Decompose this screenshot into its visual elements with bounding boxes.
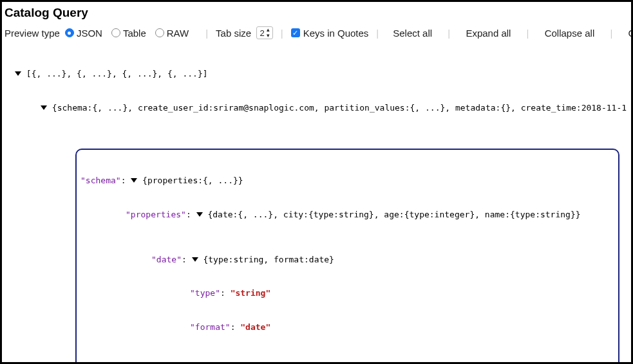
radio-label: RAW [167, 28, 189, 39]
preview-radio-raw[interactable]: RAW [155, 28, 189, 39]
triangle-down-icon [131, 178, 137, 183]
json-key-date[interactable]: "date": {type:string, format:date} [80, 254, 614, 266]
toolbar: Preview type JSON Table RAW | Tab size 2… [5, 26, 628, 39]
triangle-down-icon [192, 257, 198, 262]
tab-size-value: 2 [260, 28, 264, 38]
expand-all-action[interactable]: Expand all [466, 28, 511, 39]
toolbar-actions: Select all | Expand all | Collapse all |… [386, 28, 633, 39]
divider: | [376, 28, 379, 39]
radio-label: Table [123, 28, 146, 39]
select-all-action[interactable]: Select all [393, 28, 432, 39]
collapse-all-action[interactable]: Collapse all [545, 28, 595, 39]
json-array-header[interactable]: [{, ...}, {, ...}, {, ...}, {, ...}] [5, 68, 628, 80]
checkbox-label: Keys in Quotes [303, 28, 369, 39]
json-key-properties[interactable]: "properties": {date:{, ...}, city:{type:… [80, 209, 614, 221]
json-viewer: [{, ...}, {, ...}, {, ...}, {, ...}] {sc… [5, 46, 628, 364]
triangle-down-icon [196, 212, 203, 217]
json-kv: "format": "date" [80, 322, 614, 333]
triangle-down-icon [15, 71, 21, 76]
divider: | [281, 28, 283, 39]
divider: | [527, 28, 529, 39]
json-object-header[interactable]: {schema:{, ...}, create_user_id:sriram@s… [5, 102, 628, 114]
divider: | [205, 28, 208, 39]
preview-radio-json[interactable]: JSON [65, 28, 102, 39]
tab-size-select[interactable]: 2 ▴▾ [256, 26, 272, 39]
page-title: Catalog Query [5, 6, 628, 20]
json-kv: "type": "string" [80, 287, 614, 299]
preview-radio-table[interactable]: Table [111, 28, 146, 39]
divider: | [610, 28, 612, 39]
preview-type-label: Preview type [5, 28, 60, 39]
stepper-icon: ▴▾ [267, 27, 270, 39]
schema-highlight-box: "schema": {properties:{, ...}} "properti… [75, 149, 619, 364]
triangle-down-icon [41, 105, 47, 110]
tab-size-label: Tab size [216, 28, 251, 39]
radio-label: JSON [77, 28, 102, 39]
json-key-schema[interactable]: "schema": {properties:{, ...}} [80, 175, 614, 187]
collapse-action-truncated[interactable]: Collapse [628, 28, 633, 39]
radio-dot-icon [111, 28, 120, 37]
radio-dot-icon [65, 28, 74, 37]
divider: | [448, 28, 450, 39]
radio-dot-icon [155, 28, 164, 37]
keys-in-quotes-checkbox[interactable]: ✓ Keys in Quotes [291, 28, 369, 39]
check-icon: ✓ [291, 28, 300, 37]
